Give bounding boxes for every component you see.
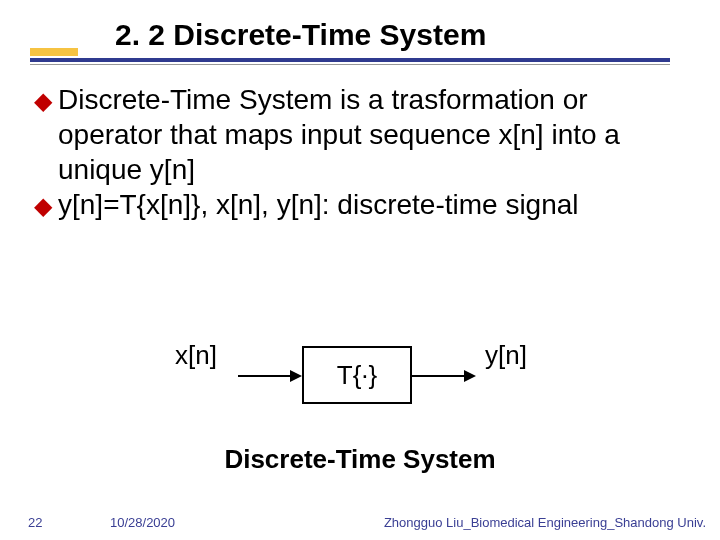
bullet-row: ◆ y[n]=T{x[n]}, x[n], y[n]: discrete-tim… (34, 187, 694, 225)
slide: 2. 2 Discrete-Time System ◆ Discrete-Tim… (0, 0, 720, 540)
title-rule-thin (30, 64, 670, 65)
arrow-out-icon (412, 373, 476, 379)
title-rule-thick (30, 58, 670, 62)
operator-box: T{·} (302, 346, 412, 404)
output-label: y[n] (485, 340, 527, 371)
bullet-row: ◆ Discrete-Time System is a trasformatio… (34, 82, 694, 187)
bullet-icon: ◆ (34, 82, 52, 120)
bullet-text: y[n]=T{x[n]}, x[n], y[n]: discrete-time … (58, 187, 694, 222)
arrow-line (412, 375, 466, 377)
input-label: x[n] (175, 340, 217, 371)
footer-author: Zhongguo Liu_Biomedical Engineering_Shan… (384, 515, 706, 530)
bullet-icon: ◆ (34, 187, 52, 225)
system-diagram: x[n] T{·} y[n] (130, 330, 590, 420)
arrow-line (238, 375, 292, 377)
slide-title: 2. 2 Discrete-Time System (115, 18, 486, 52)
arrow-in-icon (238, 373, 302, 379)
footer-date: 10/28/2020 (110, 515, 175, 530)
body-text: ◆ Discrete-Time System is a trasformatio… (34, 82, 694, 225)
title-accent (30, 48, 78, 56)
arrow-head-icon (290, 370, 302, 382)
bullet-text: Discrete-Time System is a trasformation … (58, 82, 694, 187)
page-number: 22 (28, 515, 42, 530)
arrow-head-icon (464, 370, 476, 382)
diagram-caption: Discrete-Time System (0, 444, 720, 475)
